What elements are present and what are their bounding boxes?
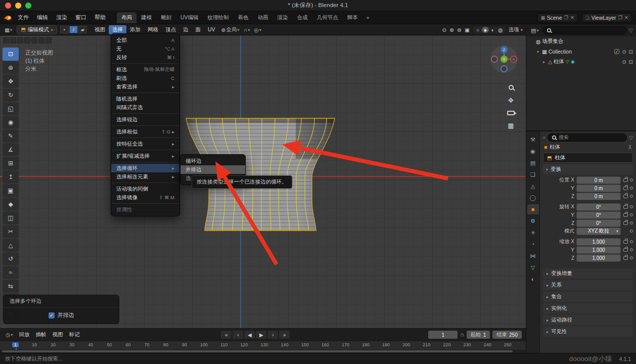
ruler-tick[interactable]: 60 <box>125 342 131 347</box>
add-workspace-button[interactable]: + <box>362 13 374 23</box>
select-menu-item[interactable]: 选择相连元素▸ <box>111 172 179 181</box>
outliner-editor-type-icon[interactable]: ▤▾ <box>529 27 540 34</box>
extrude-region-tool[interactable]: ↥ <box>3 170 19 184</box>
viewport-menu[interactable]: UV <box>204 25 219 34</box>
lock-icon[interactable] <box>623 240 628 244</box>
camera-view-icon[interactable] <box>507 111 515 115</box>
select-menu-item[interactable]: 扩展/缩减选择▸ <box>111 152 179 160</box>
animate-dot-icon[interactable] <box>630 256 633 259</box>
face-select-mode-button[interactable]: ▰ <box>78 26 87 33</box>
cylinder-object-row[interactable]: ▸△柱体▽◉⊙⊡ <box>526 57 636 67</box>
properties-section-header[interactable]: ▸关系 <box>543 280 633 290</box>
workspace-tab[interactable]: 脚本 <box>343 12 362 23</box>
ruler-tick[interactable]: 120 <box>240 342 248 347</box>
select-menu-item[interactable]: 随机选择 <box>111 95 179 103</box>
minimize-window-button[interactable] <box>15 3 21 9</box>
ruler-tick[interactable]: 140 <box>281 342 289 347</box>
number-field[interactable]: 0 m <box>576 176 621 184</box>
frame-end-field[interactable]: 结束250 <box>492 331 522 339</box>
proportional-edit-icon[interactable]: ◎▾ <box>252 27 262 33</box>
select-menu-item[interactable]: 无⌥ A <box>111 44 179 53</box>
select-menu-item[interactable]: 反转⌘ I <box>111 53 179 62</box>
prev-keyframe-button[interactable]: ‹ <box>233 331 243 339</box>
properties-section-header[interactable]: ▸可见性 <box>543 327 633 337</box>
topbar-menu[interactable]: 文件 <box>14 12 33 23</box>
properties-section-header[interactable]: ▸运动路径 <box>543 315 633 325</box>
animate-dot-icon[interactable] <box>630 195 633 198</box>
modifiers-tab[interactable]: ⚙ <box>527 216 539 226</box>
tool-setting-icon[interactable] <box>38 37 44 43</box>
object-name-field[interactable]: ⬒ 柱体 <box>543 153 633 163</box>
ruler-tick[interactable]: 90 <box>181 342 188 347</box>
measure-tool[interactable]: ∡ <box>3 143 19 156</box>
shading-rendered-button[interactable]: ◍ <box>497 27 504 33</box>
tool-setting-icon[interactable] <box>46 37 52 43</box>
animate-dot-icon[interactable] <box>630 248 633 251</box>
properties-section-header[interactable]: ▸变换增量 <box>543 268 633 279</box>
shading-solid-button[interactable]: ● <box>482 27 489 33</box>
ruler-tick[interactable]: 220 <box>443 342 450 347</box>
new-viewlayer-icon[interactable]: ❐ <box>618 15 623 20</box>
object-data-tab[interactable]: ▽ <box>527 262 539 272</box>
viewport-menu[interactable]: 边 <box>179 25 192 34</box>
bevel-tool[interactable]: ◆ <box>3 198 19 211</box>
select-menu-item[interactable]: 按特征全选▸ <box>111 140 179 148</box>
ruler-tick[interactable]: 240 <box>484 342 491 347</box>
workspace-tab[interactable]: 渲染 <box>273 12 293 23</box>
shading-material-button[interactable]: ◐ <box>489 27 496 33</box>
animate-dot-icon[interactable] <box>630 187 633 190</box>
workspace-tab[interactable]: 几何节点 <box>312 12 343 23</box>
animate-dot-icon[interactable] <box>630 213 633 216</box>
visibility-dropdown-icon[interactable]: ⊙ <box>442 27 446 33</box>
world-tab[interactable]: ◯ <box>527 193 539 203</box>
zoom-icon[interactable] <box>509 85 514 90</box>
select-menu-item[interactable]: 刷选C <box>111 74 179 82</box>
collection-row[interactable]: ▾▦Collection✓⊙⊡ <box>526 47 636 57</box>
hide-eye-icon[interactable]: ⊙ <box>622 49 626 55</box>
workspace-tab[interactable]: 着色 <box>234 12 253 23</box>
outliner-item-label[interactable]: 场景集合 <box>542 38 563 45</box>
lock-icon[interactable] <box>623 205 628 209</box>
next-keyframe-button[interactable]: › <box>267 331 278 339</box>
lock-icon[interactable] <box>623 195 628 198</box>
scrollbar-thumb[interactable] <box>2 350 513 352</box>
ruler-tick[interactable]: 250 <box>504 342 512 347</box>
ruler-tick[interactable]: 190 <box>382 342 390 347</box>
rotate-tool[interactable]: ↻ <box>3 88 19 102</box>
pan-hand-icon[interactable]: ✥ <box>508 97 514 104</box>
expand-caret-icon[interactable]: ▾ <box>535 50 540 54</box>
number-field[interactable]: 0° <box>576 203 621 211</box>
blender-logo-icon[interactable] <box>4 15 12 21</box>
play-reverse-button[interactable]: ◀ <box>244 331 255 339</box>
select-menu-item[interactable]: 活动项的同侧 <box>111 185 179 193</box>
ruler-tick[interactable]: 110 <box>220 342 228 347</box>
tool-setting-icon[interactable] <box>3 37 9 43</box>
snap-magnet-icon[interactable]: ∩▾ <box>242 27 252 33</box>
loop-cut-tool[interactable]: ◫ <box>3 211 19 224</box>
editor-type-icon[interactable]: ▦▾ <box>3 27 14 33</box>
select-menu-item[interactable]: 套索选择▸ <box>111 82 179 91</box>
ruler-tick[interactable]: 10 <box>31 342 37 347</box>
expand-caret-icon[interactable]: ▸ <box>541 60 547 64</box>
timeline-menu[interactable]: 标记 <box>66 330 82 339</box>
workspace-tab[interactable]: 雕刻 <box>156 12 176 23</box>
select-menu-item[interactable]: 选择镜像⇧ ⌘ M <box>111 193 179 202</box>
viewport-menu[interactable]: 添加 <box>126 25 144 34</box>
ruler-tick[interactable]: 100 <box>200 342 208 347</box>
timeline-scrollbar[interactable] <box>0 350 526 353</box>
lock-icon[interactable] <box>623 256 628 260</box>
outliner-item-label[interactable]: Collection <box>549 49 572 55</box>
tool-tab[interactable]: ⚒ <box>527 134 539 145</box>
ruler-tick[interactable]: 230 <box>464 342 471 347</box>
ruler-tick[interactable]: 20 <box>50 342 56 347</box>
move-tool[interactable]: ✥ <box>3 75 19 88</box>
properties-search-input[interactable]: 搜索 <box>548 133 627 142</box>
select-menu-item[interactable]: 选择相似⇧ G▸ <box>111 127 179 136</box>
properties-editor-type-icon[interactable]: ≡ <box>543 135 546 140</box>
annotate-tool[interactable]: ✎ <box>3 129 19 143</box>
lock-icon[interactable] <box>623 221 628 225</box>
frame-start-field[interactable]: 起始1 <box>467 331 490 339</box>
shading-wireframe-button[interactable]: ○ <box>474 27 481 33</box>
xray-toggle-icon[interactable]: ▣ <box>465 27 470 33</box>
viewport-menu[interactable]: 面 <box>192 25 204 34</box>
